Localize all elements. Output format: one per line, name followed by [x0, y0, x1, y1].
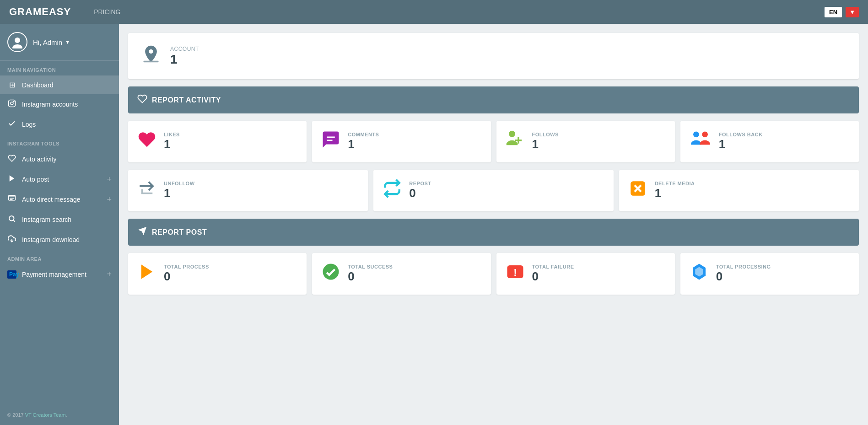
- svg-point-3: [11, 102, 13, 105]
- instagram-download-icon: [7, 235, 16, 245]
- sidebar-item-label: Auto post: [22, 176, 49, 183]
- account-label: ACCOUNT: [170, 46, 199, 52]
- report-post-icon: [137, 226, 147, 238]
- sidebar-item-logs[interactable]: Logs: [0, 114, 119, 134]
- likes-value: 1: [164, 137, 180, 151]
- main-nav-label: MAIN NAVIGATION: [0, 61, 119, 75]
- logs-icon: [7, 119, 16, 129]
- follows-back-icon: [690, 130, 712, 153]
- user-greeting[interactable]: Hi, Admin ▼: [33, 38, 70, 46]
- comments-info: COMMENTS 1: [348, 132, 379, 151]
- stat-card-repost: REPOST 0: [373, 170, 613, 211]
- sidebar-item-label: Auto direct message: [22, 196, 81, 203]
- stat-card-comments: COMMENTS 1: [312, 121, 491, 162]
- svg-line-11: [13, 220, 15, 221]
- sidebar-item-label: Dashboard: [22, 81, 54, 89]
- admin-area-label: ADMIN AREA: [0, 250, 119, 264]
- report-post-header: REPORT POST: [128, 219, 859, 246]
- pricing-link[interactable]: PRICING: [94, 8, 120, 16]
- total-processing-info: TOTAL PROCESSING 0: [716, 264, 771, 284]
- unfollow-value: 1: [164, 186, 195, 200]
- total-failure-info: TOTAL FAILURE 0: [532, 264, 574, 284]
- report-post-stats: TOTAL PROCESS 0 TOTAL SUCCESS 0: [128, 253, 859, 295]
- account-card: ACCOUNT 1: [128, 33, 859, 79]
- language-button[interactable]: EN: [825, 7, 842, 17]
- report-post-section: REPORT POST TOTAL PROCESS 0: [128, 219, 859, 295]
- user-section[interactable]: Hi, Admin ▼: [0, 24, 119, 61]
- user-dropdown-caret: ▼: [65, 39, 70, 45]
- svg-point-10: [9, 216, 14, 221]
- sidebar-item-payment-management[interactable]: Pay Payment management +: [0, 264, 119, 284]
- instagram-accounts-icon: [7, 99, 16, 109]
- follows-icon: [506, 130, 525, 153]
- follows-label: FOLLOWS: [532, 132, 559, 137]
- nav-left: GRAMEASY PRICING: [9, 6, 120, 18]
- stat-card-unfollow: UNFOLLOW 1: [128, 170, 368, 211]
- payment-management-plus: +: [107, 269, 112, 279]
- language-dropdown-button[interactable]: ▼: [846, 7, 859, 17]
- sidebar-item-auto-activity[interactable]: Auto activity: [0, 149, 119, 169]
- footer-copyright: © 2017 VT Creators Team.: [0, 405, 119, 425]
- svg-point-0: [15, 38, 20, 43]
- stat-card-follows-back: FOLLOWS BACK 1: [680, 121, 859, 162]
- stat-card-total-processing: TOTAL PROCESSING 0: [680, 253, 859, 295]
- total-failure-label: TOTAL FAILURE: [532, 264, 574, 269]
- sidebar-item-instagram-download[interactable]: Instagram download: [0, 230, 119, 250]
- likes-icon: [137, 130, 156, 153]
- delete-media-value: 1: [655, 186, 695, 200]
- account-value: 1: [170, 52, 199, 67]
- sidebar-item-auto-direct-message[interactable]: Auto direct message +: [0, 189, 119, 210]
- stat-card-likes: LIKES 1: [128, 121, 307, 162]
- total-success-value: 0: [348, 269, 393, 284]
- total-processing-icon: [690, 262, 709, 285]
- follows-value: 1: [532, 137, 559, 151]
- sidebar-item-label: Instagram accounts: [22, 101, 78, 108]
- delete-media-icon: [628, 179, 647, 202]
- avatar: [7, 32, 27, 52]
- footer-link[interactable]: VT Creators Team: [25, 412, 66, 418]
- dashboard-icon: ⊞: [7, 81, 16, 89]
- account-info: ACCOUNT 1: [170, 46, 199, 67]
- comments-icon: [321, 130, 340, 153]
- body-layout: Hi, Admin ▼ MAIN NAVIGATION ⊞ Dashboard …: [0, 24, 868, 425]
- total-success-info: TOTAL SUCCESS 0: [348, 264, 393, 284]
- unfollow-info: UNFOLLOW 1: [164, 181, 195, 200]
- report-activity-icon: [137, 94, 147, 106]
- sidebar-item-auto-post[interactable]: Auto post +: [0, 169, 119, 189]
- activity-stats-row2: UNFOLLOW 1 REPOST 0: [128, 170, 859, 211]
- repost-icon: [383, 179, 402, 202]
- comments-value: 1: [348, 137, 379, 151]
- activity-stats-row1: LIKES 1 COMMENTS 1: [128, 121, 859, 162]
- follows-back-label: FOLLOWS BACK: [719, 132, 763, 137]
- sidebar-item-label: Payment management: [22, 271, 86, 278]
- total-failure-icon: !: [506, 262, 525, 285]
- stat-card-follows: FOLLOWS 1: [496, 121, 675, 162]
- repost-info: REPOST 0: [409, 181, 431, 200]
- comments-label: COMMENTS: [348, 132, 379, 137]
- delete-media-info: DELETE MEDIA 1: [655, 181, 695, 200]
- main-content: ACCOUNT 1 REPORT ACTIVITY: [119, 24, 868, 425]
- follows-info: FOLLOWS 1: [532, 132, 559, 151]
- stat-card-total-success: TOTAL SUCCESS 0: [312, 253, 491, 295]
- sidebar-item-label: Logs: [22, 121, 36, 128]
- sidebar-item-instagram-search[interactable]: Instagram search: [0, 210, 119, 230]
- auto-post-icon: [7, 174, 16, 184]
- likes-label: LIKES: [164, 132, 180, 137]
- report-activity-title: REPORT ACTIVITY: [152, 96, 221, 104]
- follows-back-value: 1: [719, 137, 763, 151]
- logo: GRAMEASY: [9, 6, 71, 18]
- sidebar-item-instagram-accounts[interactable]: Instagram accounts: [0, 94, 119, 114]
- sidebar-item-label: Instagram download: [22, 236, 80, 243]
- sidebar-item-dashboard[interactable]: ⊞ Dashboard: [0, 75, 119, 94]
- total-process-value: 0: [164, 269, 209, 284]
- report-post-title: REPORT POST: [152, 228, 207, 237]
- total-processing-label: TOTAL PROCESSING: [716, 264, 771, 269]
- sidebar: Hi, Admin ▼ MAIN NAVIGATION ⊞ Dashboard …: [0, 24, 119, 425]
- svg-point-1: [12, 44, 22, 48]
- auto-direct-message-icon: [7, 194, 16, 204]
- sidebar-item-label: Auto activity: [22, 156, 56, 163]
- account-icon: [141, 44, 161, 68]
- auto-direct-message-plus: +: [107, 195, 112, 204]
- repost-label: REPOST: [409, 181, 431, 186]
- svg-marker-20: [141, 264, 153, 279]
